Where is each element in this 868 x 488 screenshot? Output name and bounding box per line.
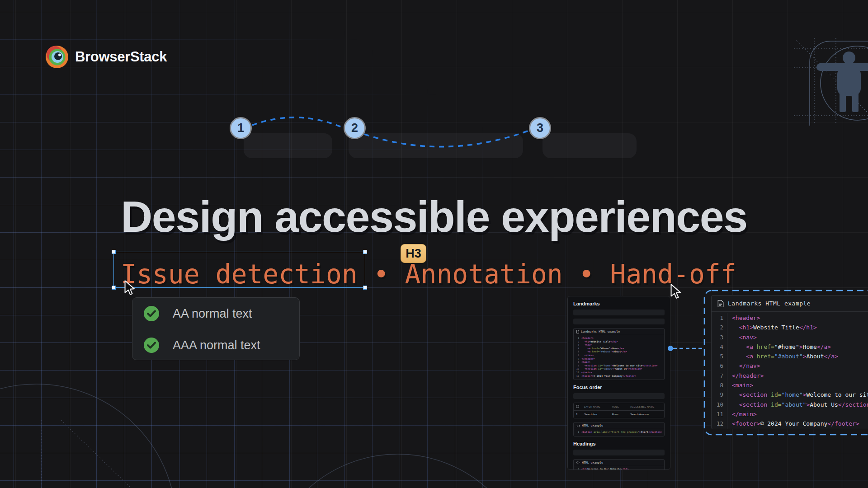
table-row: 3Search boxFormSearch Amazon: [574, 411, 664, 418]
placeholder-bar: [573, 450, 665, 455]
code-line: 11</main>: [712, 409, 868, 419]
line-number: 1: [574, 337, 579, 340]
frame-icon: [576, 405, 584, 408]
line-number: 4: [574, 347, 579, 351]
placeholder-bar: [573, 393, 665, 399]
code-line: 3 <nav>: [712, 333, 868, 342]
cursor-arrow-icon: [669, 284, 683, 299]
focus-order-table: LAYER NAME ROLE ACCESSIBLE NAME 3Search …: [573, 403, 665, 418]
code-line: 12<footer>© 2024 Your Company</footer>: [712, 419, 868, 428]
table-header-row: LAYER NAME ROLE ACCESSIBLE NAME: [574, 403, 664, 411]
document-icon: [576, 330, 579, 333]
code-line: 12<footer>© 2024 Your Company</footer>: [574, 375, 664, 378]
line-number: 10: [574, 367, 579, 371]
code-line: 9 <section id="home">Welcome to our site…: [574, 364, 664, 368]
placeholder-bar: [573, 319, 665, 324]
line-number: 3: [574, 343, 579, 347]
section-title-focus-order: Focus order: [573, 385, 665, 390]
selection-handle: [363, 250, 367, 254]
mini-code-block-headings: HTML example 1<h1>Welcome to Our Website…: [573, 459, 665, 470]
code-line: 4 <a href="#home">Home</a>: [712, 342, 868, 352]
line-number: 2: [712, 323, 727, 332]
code-line: 6 </nav>: [574, 354, 664, 357]
mini-code-block-landmarks: Landmarks HTML example 1<header>2 <h1>We…: [573, 328, 665, 380]
code-line: 2 <h1>Website Title</h1>: [712, 323, 868, 332]
code-line: 4 <a href="#home">Home</a>: [574, 347, 664, 351]
code-line: 6 </nav>: [712, 361, 868, 371]
browserstack-logo[interactable]: BrowserStack: [45, 45, 167, 69]
code-line: 11</main>: [574, 371, 664, 375]
browserstack-logo-icon: [45, 45, 69, 69]
contrast-row: AA normal text: [144, 305, 299, 322]
code-block-header: Landmarks HTML example: [574, 328, 664, 335]
placeholder-bar: [573, 310, 665, 315]
line-number: 12: [574, 375, 579, 378]
selection-handle: [112, 250, 116, 254]
contrast-row: AAA normal text: [144, 337, 299, 353]
code-line: 10 <section id="about">About Us</section…: [712, 400, 868, 409]
line-number: 8: [574, 361, 579, 364]
line-number: 10: [712, 400, 727, 409]
page-title: Design accessible experiences: [0, 192, 868, 242]
code-line: 8<main>: [712, 380, 868, 390]
line-number: 11: [574, 371, 579, 375]
code-line: 1<header>: [712, 313, 868, 323]
brand-name: BrowserStack: [75, 49, 167, 65]
connector-dot: [668, 346, 673, 351]
check-circle-icon: [144, 306, 159, 321]
contrast-label: AAA normal text: [173, 338, 260, 352]
selection-box: [113, 252, 365, 288]
mini-code-block-focus: HTML example 1<button aria-label="Start …: [573, 422, 665, 436]
code-block-header: HTML example: [574, 422, 664, 429]
line-number: 2: [574, 340, 579, 344]
code-line: 3 <nav>: [574, 343, 664, 347]
code-line: 9 <section id="home">Welcome to our site…: [712, 390, 868, 399]
line-number: 1: [574, 431, 579, 434]
document-icon: [717, 300, 724, 307]
line-number: 6: [712, 361, 727, 371]
step-marker-2: 2: [344, 117, 366, 139]
line-number: 8: [712, 380, 727, 390]
step-curve-2-3: [364, 131, 529, 147]
code-panel-title: Landmarks HTML example: [728, 300, 811, 307]
check-circle-icon: [144, 338, 159, 353]
line-number: 1: [712, 313, 727, 323]
line-number: 6: [574, 354, 579, 357]
contrast-check-tooltip: AA normal text AAA normal text: [132, 297, 300, 360]
code-line: 7</header>: [574, 357, 664, 361]
step-curve-1-2: [252, 117, 344, 128]
section-title-headings: Headings: [573, 441, 665, 446]
line-number: 7: [574, 357, 579, 361]
line-number: 4: [712, 342, 727, 352]
selection-handle: [363, 286, 367, 290]
code-line: 10 <section id="about">About Us</section…: [574, 367, 664, 371]
code-icon: [576, 461, 580, 464]
code-line: 8<main>: [574, 361, 664, 364]
code-line: 1<header>: [574, 337, 664, 340]
line-number: 9: [712, 390, 727, 399]
code-line: 1<h1>Welcome to Our Website</h1>: [574, 468, 664, 470]
code-line: 2 <h1>Website Title</h1>: [574, 340, 664, 344]
code-example-panel: Landmarks HTML example 1<header>2 <h1>We…: [711, 295, 868, 429]
line-number: 9: [574, 364, 579, 368]
line-number: 3: [712, 333, 727, 342]
line-number: 7: [712, 371, 727, 380]
code-line: 5 <a href="#about">About</a>: [574, 350, 664, 354]
line-number: 5: [574, 350, 579, 354]
code-line: 5 <a href="#about">About</a>: [712, 352, 868, 361]
contrast-label: AA normal text: [173, 307, 252, 321]
section-title-landmarks: Landmarks: [573, 301, 665, 306]
code-panel-header: Landmarks HTML example: [712, 296, 868, 312]
line-number: 11: [712, 409, 727, 419]
inspection-panel: Landmarks Landmarks HTML example 1<heade…: [567, 296, 670, 470]
code-line: 1<button aria-label="Start the process">…: [574, 431, 664, 434]
code-icon: [576, 424, 580, 427]
step-marker-3: 3: [529, 117, 551, 139]
line-number: 1: [574, 468, 579, 470]
line-number: 5: [712, 352, 727, 361]
step-marker-1: 1: [230, 117, 252, 139]
selection-handle: [112, 286, 116, 290]
code-block-header: HTML example: [574, 460, 664, 466]
heading-level-badge: H3: [401, 244, 426, 263]
line-number: 12: [712, 419, 727, 428]
